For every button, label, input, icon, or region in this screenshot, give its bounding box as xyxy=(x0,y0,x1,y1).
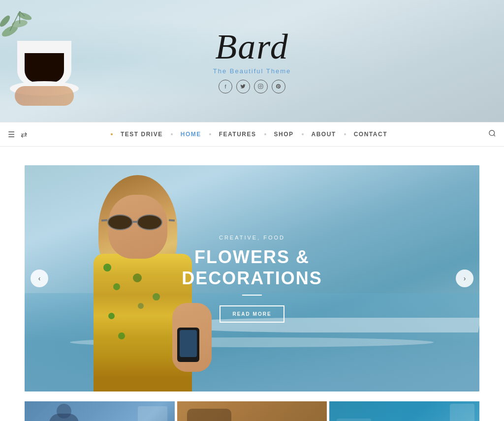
navbar-menu: TEST DRIVE HOME FEATURES SHOP ABOUT CONT… xyxy=(47,131,457,138)
coffee-cup xyxy=(17,41,71,85)
hero-category: CREATIVE, FOOD xyxy=(129,235,375,241)
social-icons-row: f xyxy=(213,80,291,93)
sunglasses xyxy=(107,214,169,233)
hamburger-icon[interactable]: ☰ xyxy=(8,130,15,139)
thumbnail-3[interactable] xyxy=(329,401,479,421)
search-icon[interactable] xyxy=(488,129,496,139)
svg-point-2 xyxy=(0,14,12,28)
thumb-1-overlay xyxy=(138,406,167,421)
thumb-2-figure xyxy=(187,409,231,421)
hero-divider xyxy=(242,295,262,296)
facebook-icon[interactable]: f xyxy=(219,80,232,93)
twitter-icon[interactable] xyxy=(236,80,250,93)
floral-dot-2 xyxy=(113,283,120,290)
thumb-3-overlay xyxy=(337,419,371,421)
hero-title: FLOWERS & DECORATIONS xyxy=(129,246,375,289)
nav-item-home[interactable]: HOME xyxy=(174,131,208,138)
sg-left-lens xyxy=(107,214,133,230)
thumbnail-2[interactable] xyxy=(177,401,327,421)
nav-item-about[interactable]: ABOUT xyxy=(305,131,343,138)
thumb-3-figure xyxy=(450,404,474,421)
svg-point-9 xyxy=(262,85,262,86)
read-more-button[interactable]: READ MORE xyxy=(220,305,284,323)
navbar-left: ☰ ⇄ xyxy=(8,130,47,139)
floral-dot-5 xyxy=(108,313,115,319)
svg-point-10 xyxy=(489,130,495,136)
sg-right-lens xyxy=(137,214,162,230)
sg-bridge xyxy=(133,221,138,223)
nav-separator-3 xyxy=(264,133,266,135)
thumbnail-grid xyxy=(25,401,479,421)
floral-dot-1 xyxy=(103,264,111,271)
thumbnail-1[interactable] xyxy=(25,401,175,421)
coffee-decoration xyxy=(0,0,118,122)
pinterest-icon[interactable] xyxy=(272,80,285,93)
hand-decoration xyxy=(15,86,74,106)
hero-section: CREATIVE, FOOD FLOWERS & DECORATIONS REA… xyxy=(0,147,504,421)
nav-item-contact[interactable]: CONTACT xyxy=(347,131,394,138)
svg-point-8 xyxy=(260,86,262,88)
phone-screen xyxy=(180,330,197,357)
nav-separator-1 xyxy=(171,133,173,135)
site-subtitle: The Beautiful Theme xyxy=(213,67,291,75)
floral-dot-7 xyxy=(118,332,125,339)
header-content: Bard The Beautiful Theme f xyxy=(213,29,291,93)
slider-prev-button[interactable]: ‹ xyxy=(31,270,48,287)
phone xyxy=(177,328,199,362)
coffee-liquid xyxy=(25,53,64,83)
nav-item-features[interactable]: FEATURES xyxy=(212,131,263,138)
instagram-icon[interactable] xyxy=(254,80,268,93)
nav-separator-5 xyxy=(344,133,346,135)
nav-item-test-drive[interactable]: TEST DRIVE xyxy=(114,131,170,138)
nav-separator-2 xyxy=(209,133,211,135)
nav-separator-4 xyxy=(302,133,304,135)
thumb-1-head xyxy=(57,404,71,419)
hero-slider: CREATIVE, FOOD FLOWERS & DECORATIONS REA… xyxy=(25,165,479,391)
navbar-right xyxy=(457,129,496,139)
nav-dot-orange xyxy=(111,133,113,135)
nav-item-shop[interactable]: SHOP xyxy=(267,131,301,138)
svg-rect-7 xyxy=(258,84,263,89)
svg-line-11 xyxy=(494,135,495,136)
site-title: Bard xyxy=(213,29,291,64)
main-navbar: ☰ ⇄ TEST DRIVE HOME FEATURES SHOP ABOUT … xyxy=(0,122,504,147)
slider-next-button[interactable]: › xyxy=(456,270,473,287)
hero-overlay: CREATIVE, FOOD FLOWERS & DECORATIONS REA… xyxy=(129,235,375,323)
site-header: Bard The Beautiful Theme f xyxy=(0,0,504,122)
refresh-icon[interactable]: ⇄ xyxy=(21,130,27,139)
